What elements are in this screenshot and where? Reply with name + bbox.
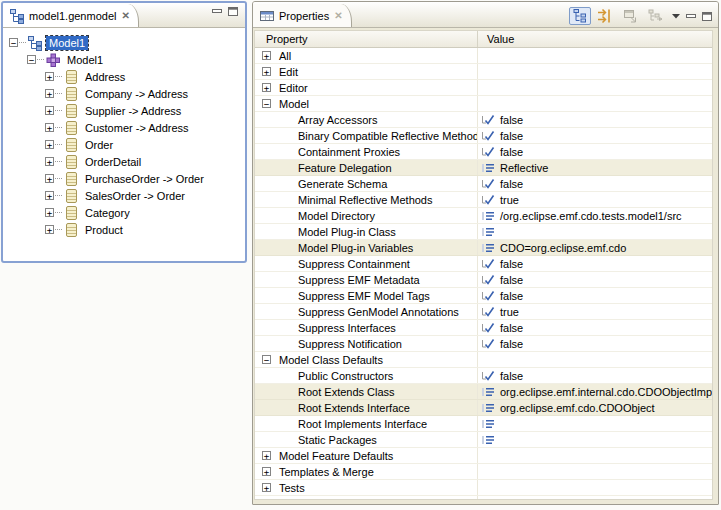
collapse-toggle-icon[interactable]: −: [262, 355, 271, 364]
property-row-public-constructors[interactable]: Public Constructorsfalse: [255, 368, 712, 384]
expand-toggle-icon[interactable]: +: [262, 67, 271, 76]
tree-item-label[interactable]: SalesOrder -> Order: [82, 189, 188, 203]
restore-default-value-button[interactable]: [619, 7, 641, 25]
property-row-binary-compatible-reflective-methods[interactable]: Binary Compatible Reflective Methodsfals…: [255, 128, 712, 144]
property-value-cell[interactable]: false: [478, 128, 712, 143]
tree-item-label[interactable]: Address: [82, 70, 128, 84]
property-row-root-implements-interface[interactable]: Root Implements Interface: [255, 416, 712, 432]
property-value-cell[interactable]: [478, 80, 712, 95]
tab-model1-genmodel[interactable]: model1.genmodel ✕: [3, 4, 139, 27]
category-row-all[interactable]: +All: [255, 48, 712, 64]
close-icon[interactable]: ✕: [333, 11, 343, 21]
property-value-cell[interactable]: false: [478, 272, 712, 287]
tree-item-label[interactable]: Supplier -> Address: [82, 104, 184, 118]
tree-item-label[interactable]: Order: [82, 138, 116, 152]
maximize-icon[interactable]: [701, 11, 714, 22]
collapse-toggle-icon[interactable]: −: [27, 55, 36, 64]
tab-properties[interactable]: Properties ✕: [253, 4, 352, 27]
property-value-cell[interactable]: CDO=org.eclipse.emf.cdo: [478, 240, 712, 255]
collapse-toggle-icon[interactable]: −: [9, 38, 18, 47]
property-value-cell[interactable]: [478, 432, 712, 447]
expand-toggle-icon[interactable]: +: [262, 83, 271, 92]
category-row-model[interactable]: −Model: [255, 96, 712, 112]
property-value-cell[interactable]: [478, 48, 712, 63]
property-row-model-directory[interactable]: Model Directory/org.eclipse.emf.cdo.test…: [255, 208, 712, 224]
tree-item-label[interactable]: OrderDetail: [82, 155, 144, 169]
tree-item-label[interactable]: Category: [82, 206, 133, 220]
minimize-icon[interactable]: [211, 6, 224, 17]
show-categories-button[interactable]: [569, 7, 591, 25]
view-menu-button[interactable]: [669, 7, 682, 25]
expand-toggle-icon[interactable]: +: [45, 191, 54, 200]
expand-toggle-icon[interactable]: +: [45, 106, 54, 115]
category-row-tests[interactable]: +Tests: [255, 480, 712, 496]
expand-toggle-icon[interactable]: +: [45, 174, 54, 183]
tree-item-label[interactable]: Customer -> Address: [82, 121, 192, 135]
expand-toggle-icon[interactable]: +: [262, 467, 271, 476]
expand-toggle-icon[interactable]: +: [45, 123, 54, 132]
tree-item-label[interactable]: Model1: [64, 53, 106, 67]
property-value-cell[interactable]: [478, 464, 712, 479]
show-advanced-properties-button[interactable]: [594, 7, 616, 25]
expand-toggle-icon[interactable]: +: [262, 483, 271, 492]
tree-item-label[interactable]: Model1: [46, 36, 88, 50]
expand-toggle-icon[interactable]: +: [45, 89, 54, 98]
property-row-model-plug-in-class[interactable]: Model Plug-in Class: [255, 224, 712, 240]
property-value-cell[interactable]: false: [478, 144, 712, 159]
property-row-array-accessors[interactable]: Array Accessorsfalse: [255, 112, 712, 128]
property-row-static-packages[interactable]: Static Packages: [255, 432, 712, 448]
property-value-cell[interactable]: true: [478, 304, 712, 319]
property-row-minimal-reflective-methods[interactable]: Minimal Reflective Methodstrue: [255, 192, 712, 208]
property-value-cell[interactable]: false: [478, 176, 712, 191]
maximize-icon[interactable]: [227, 6, 240, 17]
tree-item-label[interactable]: Product: [82, 223, 126, 237]
column-header-property[interactable]: Property: [255, 31, 478, 47]
property-row-suppress-genmodel-annotations[interactable]: Suppress GenModel Annotationstrue: [255, 304, 712, 320]
category-row-edit[interactable]: +Edit: [255, 64, 712, 80]
property-row-suppress-notification[interactable]: Suppress Notificationfalse: [255, 336, 712, 352]
property-row-suppress-emf-model-tags[interactable]: Suppress EMF Model Tagsfalse: [255, 288, 712, 304]
property-value-cell[interactable]: false: [478, 320, 712, 335]
property-value-cell[interactable]: org.eclipse.emf.internal.cdo.CDOObjectIm…: [478, 384, 712, 399]
category-row-templates-merge[interactable]: +Templates & Merge: [255, 464, 712, 480]
property-row-root-extends-interface[interactable]: Root Extends Interfaceorg.eclipse.emf.cd…: [255, 400, 712, 416]
property-row-containment-proxies[interactable]: Containment Proxiesfalse: [255, 144, 712, 160]
property-row-feature-delegation[interactable]: Feature DelegationReflective: [255, 160, 712, 176]
property-row-suppress-emf-metadata[interactable]: Suppress EMF Metadatafalse: [255, 272, 712, 288]
property-value-cell[interactable]: [478, 352, 712, 367]
column-header-value[interactable]: Value: [478, 33, 712, 45]
expand-toggle-icon[interactable]: +: [45, 157, 54, 166]
category-row-model-feature-defaults[interactable]: +Model Feature Defaults: [255, 448, 712, 464]
minimize-icon[interactable]: [685, 11, 698, 22]
category-row-editor[interactable]: +Editor: [255, 80, 712, 96]
property-value-cell[interactable]: [478, 224, 712, 239]
property-value-cell[interactable]: [478, 480, 712, 495]
tree-item-label[interactable]: Company -> Address: [82, 87, 191, 101]
property-row-suppress-containment[interactable]: Suppress Containmentfalse: [255, 256, 712, 272]
expand-toggle-icon[interactable]: +: [45, 72, 54, 81]
property-value-cell[interactable]: false: [478, 256, 712, 271]
property-value-cell[interactable]: [478, 64, 712, 79]
property-value-cell[interactable]: false: [478, 368, 712, 383]
tree-item-label[interactable]: PurchaseOrder -> Order: [82, 172, 207, 186]
property-value-cell[interactable]: org.eclipse.emf.cdo.CDOObject: [478, 400, 712, 415]
property-value-cell[interactable]: [478, 416, 712, 431]
property-value-cell[interactable]: false: [478, 112, 712, 127]
property-value-cell[interactable]: false: [478, 288, 712, 303]
property-value-cell[interactable]: Reflective: [478, 160, 712, 175]
pin-to-selection-button[interactable]: [644, 7, 666, 25]
expand-toggle-icon[interactable]: +: [262, 51, 271, 60]
property-row-root-extends-class[interactable]: Root Extends Classorg.eclipse.emf.intern…: [255, 384, 712, 400]
expand-toggle-icon[interactable]: +: [45, 208, 54, 217]
close-icon[interactable]: ✕: [120, 11, 130, 21]
collapse-toggle-icon[interactable]: −: [262, 99, 271, 108]
property-value-cell[interactable]: /org.eclipse.emf.cdo.tests.model1/src: [478, 208, 712, 223]
property-value-cell[interactable]: [478, 96, 712, 111]
expand-toggle-icon[interactable]: +: [45, 140, 54, 149]
property-value-cell[interactable]: true: [478, 192, 712, 207]
expand-toggle-icon[interactable]: +: [262, 451, 271, 460]
expand-toggle-icon[interactable]: +: [45, 225, 54, 234]
property-row-model-plug-in-variables[interactable]: Model Plug-in VariablesCDO=org.eclipse.e…: [255, 240, 712, 256]
property-row-suppress-interfaces[interactable]: Suppress Interfacesfalse: [255, 320, 712, 336]
property-value-cell[interactable]: false: [478, 336, 712, 351]
